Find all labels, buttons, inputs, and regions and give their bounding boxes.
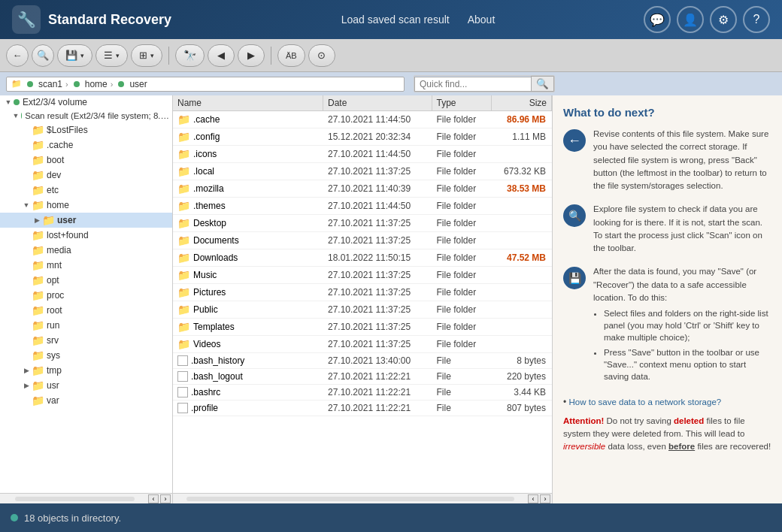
tree-item-user[interactable]: ▶ 📁 user	[0, 213, 172, 228]
table-row[interactable]: 📁 Pictures 27.10.2021 11:37:25 File fold…	[173, 284, 552, 301]
tree-item-mnt[interactable]: ▶ 📁 mnt	[0, 258, 172, 273]
cell-type: File folder	[432, 338, 493, 350]
folder-icon-sm: 📁	[177, 321, 190, 333]
tree-toggle-ext2[interactable]: ▼	[3, 97, 14, 107]
folder-icon-lostfound: 📁	[32, 229, 44, 241]
cell-type: File folder	[432, 286, 493, 298]
table-row[interactable]: 📁 .config 15.12.2021 20:32:34 File folde…	[173, 128, 552, 146]
cell-name: 📁 Music	[173, 268, 323, 282]
table-row[interactable]: 📁 .icons 27.10.2021 11:44:50 File folder	[173, 146, 552, 163]
attention-label: Attention!	[563, 416, 604, 425]
cell-type: File folder	[432, 234, 493, 246]
tree-scroll-track[interactable]	[15, 497, 135, 501]
table-row[interactable]: 📁 Music 27.10.2021 11:37:25 File folder	[173, 267, 552, 284]
next-result-button[interactable]: ▶	[238, 44, 265, 67]
tree-item-root[interactable]: ▶ 📁 root	[0, 303, 172, 318]
folder-icon-sm: 📁	[177, 183, 190, 195]
quick-find-input[interactable]	[414, 77, 531, 92]
tree-status-dot-ext2	[14, 99, 20, 105]
find-button[interactable]: 🔭	[175, 44, 205, 67]
tree-item-media[interactable]: ▶ 📁 media	[0, 243, 172, 258]
tree-item-proc[interactable]: ▶ 📁 proc	[0, 288, 172, 303]
table-row[interactable]: 📁 .local 27.10.2021 11:37:25 File folder…	[173, 163, 552, 180]
tree-item-etc[interactable]: ▶ 📁 etc	[0, 183, 172, 198]
tree-label-user: user	[57, 215, 76, 225]
settings-icon-button[interactable]: ⚙	[710, 6, 737, 33]
table-row[interactable]: 📁 Templates 27.10.2021 11:37:25 File fol…	[173, 319, 552, 336]
quick-find-button[interactable]: 🔍	[531, 76, 554, 92]
table-row[interactable]: 📁 Videos 27.10.2021 11:37:25 File folder	[173, 336, 552, 353]
folder-icon-sm: 📁	[177, 165, 190, 177]
tree-toggle-user[interactable]: ▶	[32, 215, 42, 225]
table-row[interactable]: 📁 Desktop 27.10.2021 11:37:25 File folde…	[173, 215, 552, 232]
tree-spacer-dev: ▶	[21, 170, 32, 180]
folder-icon-sm: 📁	[177, 234, 190, 246]
tree-item-srv[interactable]: ▶ 📁 srv	[0, 333, 172, 348]
tree-toggle-scan[interactable]: ▼	[11, 110, 21, 121]
table-row[interactable]: .profile 27.10.2021 11:22:21 File 807 by…	[173, 401, 552, 416]
tree-scroll-right[interactable]: ›	[160, 494, 171, 503]
profile-icon-button[interactable]: 👤	[677, 6, 704, 33]
cell-date: 27.10.2021 11:37:25	[323, 321, 432, 333]
tree-item-opt[interactable]: ▶ 📁 opt	[0, 273, 172, 288]
header-icons: 💬 👤 ⚙ ?	[644, 6, 770, 33]
filter-ab-button[interactable]: ÄB	[277, 44, 305, 67]
view-button[interactable]: ☰▾	[95, 44, 128, 67]
table-row[interactable]: 📁 .mozilla 27.10.2021 11:40:39 File fold…	[173, 180, 552, 198]
tools-button[interactable]: ⊙	[308, 44, 335, 67]
table-row[interactable]: .bash_logout 27.10.2021 11:22:21 File 22…	[173, 369, 552, 385]
load-scan-link[interactable]: Load saved scan result	[341, 14, 450, 26]
folder-icon-sys: 📁	[32, 349, 44, 361]
folder-icon-var: 📁	[32, 394, 44, 407]
col-header-date[interactable]: Date	[323, 95, 432, 110]
tree-item-sys[interactable]: ▶ 📁 sys	[0, 348, 172, 363]
file-scroll-track[interactable]	[186, 497, 514, 501]
tree-item-tmp[interactable]: ▶ 📁 tmp	[0, 363, 172, 378]
back-button[interactable]: ←	[6, 44, 29, 67]
tree-item-cache[interactable]: ▶ 📁 .cache	[0, 138, 172, 153]
tree-item-ext2-volume[interactable]: ▼ Ext2/3/4 volume	[0, 95, 172, 109]
table-row[interactable]: .bashrc 27.10.2021 11:22:21 File 3.44 KB	[173, 385, 552, 401]
table-row[interactable]: 📁 Documents 27.10.2021 11:37:25 File fol…	[173, 232, 552, 249]
tree-item-usr[interactable]: ▶ 📁 usr	[0, 378, 172, 393]
table-row[interactable]: .bash_history 27.10.2021 13:40:00 File 8…	[173, 353, 552, 369]
about-link[interactable]: About	[468, 14, 496, 26]
cell-size	[492, 274, 552, 276]
tree-toggle-tmp[interactable]: ▶	[21, 365, 32, 376]
file-name-label: .mozilla	[193, 183, 224, 194]
file-scroll-right[interactable]: ›	[540, 494, 550, 503]
network-storage-link[interactable]: How to save data to a network storage?	[569, 397, 722, 407]
scan-button[interactable]: 🔍	[32, 44, 54, 67]
tree-spacer-cache: ▶	[21, 140, 32, 150]
prev-result-button[interactable]: ◀	[208, 44, 235, 67]
tree-item-var[interactable]: ▶ 📁 var	[0, 393, 172, 408]
table-row[interactable]: 📁 Downloads 18.01.2022 11:50:15 File fol…	[173, 249, 552, 267]
cell-date: 27.10.2021 11:37:25	[323, 286, 432, 298]
preview-button[interactable]: ⊞▾	[131, 44, 162, 67]
file-scroll-left[interactable]: ‹	[528, 494, 538, 503]
chat-icon-button[interactable]: 💬	[644, 6, 671, 33]
tree-toggle-home[interactable]: ▼	[21, 200, 32, 210]
help-icon-button[interactable]: ?	[743, 6, 770, 33]
tree-item-run[interactable]: ▶ 📁 run	[0, 318, 172, 333]
cell-name: .bash_logout	[173, 370, 323, 382]
tree-item-lostfound[interactable]: ▶ 📁 lost+found	[0, 228, 172, 243]
tree-toggle-usr[interactable]: ▶	[21, 380, 32, 391]
col-header-size[interactable]: Size	[492, 95, 552, 110]
save-button[interactable]: 💾▾	[57, 44, 92, 67]
tree-item-slostfiles[interactable]: ▶ 📁 $LostFiles	[0, 122, 172, 138]
col-header-name[interactable]: Name	[173, 95, 323, 110]
table-row[interactable]: 📁 .themes 27.10.2021 11:44:50 File folde…	[173, 198, 552, 215]
tree-item-boot[interactable]: ▶ 📁 boot	[0, 153, 172, 168]
cell-type: File folder	[432, 304, 493, 316]
tip-save: 💾 After the data is found, you may "Save…	[563, 265, 771, 385]
tree-item-scan-result[interactable]: ▼ Scan result (Ext2/3/4 file system; 8.…	[0, 109, 172, 122]
tree-item-home[interactable]: ▼ 📁 home	[0, 198, 172, 213]
tree-scroll-left[interactable]: ‹	[148, 494, 159, 503]
table-row[interactable]: 📁 Public 27.10.2021 11:37:25 File folder	[173, 301, 552, 319]
table-row[interactable]: 📁 .cache 27.10.2021 11:44:50 File folder…	[173, 111, 552, 128]
tree-item-dev[interactable]: ▶ 📁 dev	[0, 168, 172, 183]
file-name-label: .cache	[193, 114, 220, 125]
col-header-type[interactable]: Type	[432, 95, 493, 110]
tree-scrollbar-h: ‹ ›	[0, 493, 172, 503]
